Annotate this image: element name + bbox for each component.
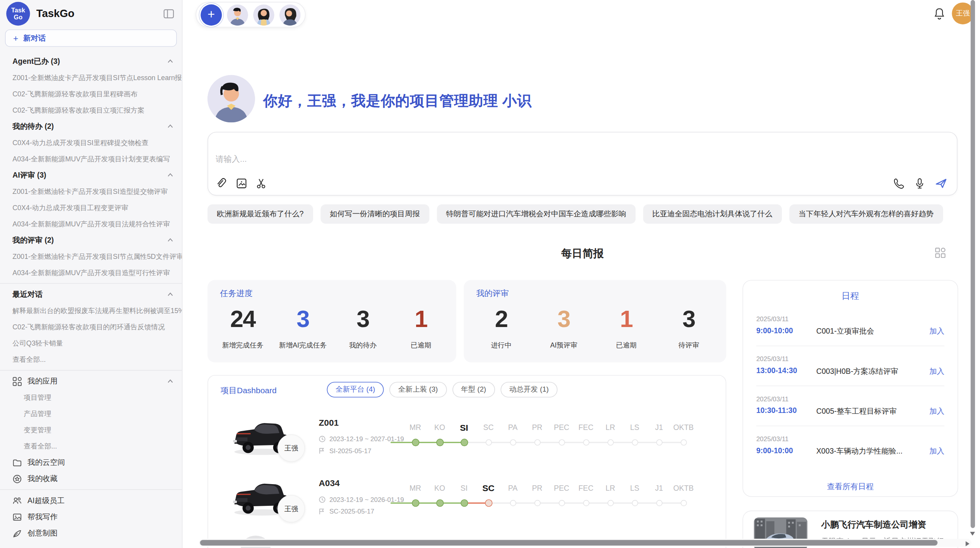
sidebar-section-recent[interactable]: 最近对话 — [0, 286, 182, 303]
sidebar-app-item[interactable]: 产品管理 — [0, 406, 182, 422]
schedule-divider — [756, 385, 944, 386]
project-row[interactable]: 王强 A034 2023-12-19 ~ 2026-01-19 SC-2025-… — [208, 468, 726, 528]
schedule-join-link[interactable]: 加入 — [929, 326, 944, 337]
suggestion-chip[interactable]: 欧洲新规最近颁布了什么? — [207, 204, 313, 224]
scissors-icon[interactable] — [255, 178, 267, 190]
sidebar-task-item[interactable]: A034-全新新能源MUV产品开发项目造型可行性评审 — [0, 264, 182, 281]
sidebar-task-item[interactable]: 解释最新出台的欧盟报废车法规再生塑料比例被调至15%... — [0, 303, 182, 319]
schedule-event-name: C005-整车工程目标评审 — [816, 406, 897, 417]
milestone-station: MR — [403, 481, 428, 513]
view-all-label: 查看全部... — [12, 356, 46, 363]
project-owner-badge: 王强 — [278, 495, 305, 522]
sidebar-task-item[interactable]: C02-飞腾新能源轻客改款项目的闭环通告反馈情况 — [0, 319, 182, 335]
schedule-time: 9:00-10:00 — [756, 326, 793, 335]
image-upload-icon[interactable] — [236, 178, 248, 190]
horizontal-scrollbar-thumb[interactable] — [200, 540, 937, 546]
schedule-event-name: C001-立项审批会 — [816, 326, 874, 337]
assistant-avatar-1[interactable] — [227, 4, 248, 25]
attachment-icon[interactable] — [216, 178, 228, 190]
suggestion-chip[interactable]: 当下年轻人对汽车外观有怎样的喜好趋势 — [789, 204, 943, 224]
schedule-join-link[interactable]: 加入 — [929, 366, 944, 377]
schedule-card: 日程 2025/03/11 9:00-10:00 C001-立项审批会 加入 2… — [742, 280, 958, 497]
milestone-dot — [485, 439, 492, 445]
sidebar-item-my-apps[interactable]: 我的应用 — [0, 373, 182, 389]
sidebar-task-item[interactable]: 公司Q3轻卡销量 — [0, 335, 182, 351]
assistant-avatar-3[interactable] — [279, 4, 301, 25]
milestone-dot — [460, 499, 468, 507]
scroll-right-arrow[interactable] — [966, 541, 970, 546]
schedule-join-link[interactable]: 加入 — [929, 406, 944, 417]
sidebar-task-item-label: Z001-全新燃油轻卡产品开发项目SI造型提交物评审 — [12, 187, 168, 195]
recent-view-all[interactable]: 查看全部... — [0, 351, 182, 368]
stat-label: 新增完成任务 — [221, 341, 265, 350]
sidebar-task-item[interactable]: Z001-全新燃油轻卡产品开发项目SI造型提交物评审 — [0, 183, 182, 199]
dashboard-filter-chip[interactable]: 全新上装 (3) — [389, 382, 446, 397]
chevron-up-icon[interactable] — [168, 293, 173, 296]
chevron-up-icon[interactable] — [168, 238, 173, 242]
dashboard-filter-chip[interactable]: 年型 (2) — [452, 382, 495, 397]
dashboard-filter-label: 全新平台 (4) — [336, 385, 375, 394]
dashboard-filter-chip[interactable]: 全新平台 (4) — [327, 382, 384, 397]
sidebar-item-favorites[interactable]: 我的收藏 — [0, 471, 182, 487]
chevron-up-icon[interactable] — [168, 59, 173, 63]
milestone-dot — [559, 500, 565, 506]
vertical-scrollbar-thumb[interactable] — [971, 0, 975, 528]
new-chat-button[interactable]: + 新对话 — [5, 29, 177, 47]
message-input[interactable] — [214, 154, 654, 164]
dashboard-filter-chip[interactable]: 动总开发 (1) — [500, 382, 557, 397]
sidebar-task-item-label: A034-全新新能源MUV产品开发项目计划变更表编写 — [12, 155, 170, 162]
milestone-label: MR — [403, 481, 428, 496]
schedule-join-link[interactable]: 加入 — [929, 446, 944, 457]
suggestion-chip[interactable]: 如何写一份清晰的项目周报 — [320, 204, 429, 224]
sidebar-item-creative-draw[interactable]: 创意制图 — [0, 525, 182, 541]
my-apps-label: 我的应用 — [27, 376, 58, 386]
project-row[interactable]: 王强 Z001 2023-12-19 ~ 2027-01-19 SI-2025-… — [208, 407, 726, 468]
chevron-up-icon[interactable] — [168, 173, 173, 177]
project-milestone-tag: SI-2025-05-17 — [319, 447, 372, 454]
sidebar-task-item[interactable]: C0X4-动力总成开发项目工程变更评审 — [0, 199, 182, 216]
sidebar-item-cloud-space[interactable]: 我的云空间 — [0, 454, 182, 471]
app-title: TaskGo — [36, 7, 163, 20]
project-dates: 2023-12-19 ~ 2026-01-19 — [319, 496, 404, 503]
sidebar-item-ai-staff[interactable]: AI超级员工 — [0, 492, 182, 509]
notification-bell-icon[interactable] — [934, 7, 945, 20]
sidebar-task-item[interactable]: C02-飞腾新能源轻客改款项目立项汇报方案 — [0, 102, 182, 118]
sidebar-task-item[interactable]: A034-全新新能源MUV产品开发项目法规符合性评审 — [0, 216, 182, 232]
composer-right-tools — [893, 178, 947, 190]
sidebar-app-item[interactable]: 变更管理 — [0, 422, 182, 438]
milestone-label: PEC — [549, 481, 574, 496]
sidebar-task-item[interactable]: A034-全新新能源MUV产品开发项目计划变更表编写 — [0, 151, 182, 167]
sidebar-task-item-label: 公司Q3轻卡销量 — [12, 339, 63, 347]
milestone-label: KO — [428, 481, 452, 496]
ai-staff-label: AI超级员工 — [27, 495, 65, 506]
sidebar-task-item[interactable]: C0X4-动力总成开发项目SI里程碑提交物检查 — [0, 134, 182, 151]
sidebar-section-ai-review[interactable]: AI评审 (3) — [0, 167, 182, 183]
schedule-time: 9:00-10:00 — [756, 446, 793, 455]
scroll-down-arrow[interactable] — [970, 532, 975, 536]
chevron-up-icon[interactable] — [168, 124, 173, 128]
milestone-station: KO — [428, 481, 452, 513]
suggestion-chip[interactable]: 比亚迪全固态电池计划具体说了什么 — [643, 204, 781, 224]
suggestion-chip[interactable]: 特朗普可能对进口汽车增税会对中国车企造成哪些影响 — [437, 204, 636, 224]
dashboard-title: 项目Dashboard — [221, 385, 277, 396]
my-review-card: 我的评审 2 进行中 3 AI预评审 1 已逾期 3 待评审 — [464, 280, 726, 362]
chevron-up-icon[interactable] — [168, 379, 173, 383]
assistant-avatar-2[interactable] — [253, 4, 274, 25]
sidebar-task-item[interactable]: Z001-全新燃油轻卡产品开发项目SI节点属性5D文件评审 — [0, 248, 182, 264]
sidebar-task-item[interactable]: Z001-全新燃油皮卡产品开发项目SI节点Lesson Learn报告 — [0, 69, 182, 86]
sidebar-app-item[interactable]: 项目管理 — [0, 389, 182, 406]
microphone-icon[interactable] — [914, 178, 926, 190]
sidebar-item-help-write[interactable]: 帮我写作 — [0, 509, 182, 525]
apps-view-all[interactable]: 查看全部... — [0, 438, 182, 454]
milestone-station: SI — [452, 420, 476, 452]
layout-grid-icon[interactable] — [935, 247, 946, 258]
add-assistant-button[interactable]: + — [200, 4, 222, 25]
sidebar-section-agent-done[interactable]: Agent已办 (3) — [0, 53, 182, 69]
schedule-view-all[interactable]: 查看所有日程 — [743, 482, 958, 492]
phone-call-icon[interactable] — [893, 178, 905, 190]
sidebar-collapse-icon[interactable] — [163, 8, 174, 19]
sidebar-section-my-todo[interactable]: 我的待办 (2) — [0, 118, 182, 134]
sidebar-section-my-review[interactable]: 我的评审 (2) — [0, 232, 182, 248]
send-icon[interactable] — [935, 178, 947, 190]
sidebar-task-item[interactable]: C02-飞腾新能源轻客改款项目里程碑画布 — [0, 86, 182, 102]
